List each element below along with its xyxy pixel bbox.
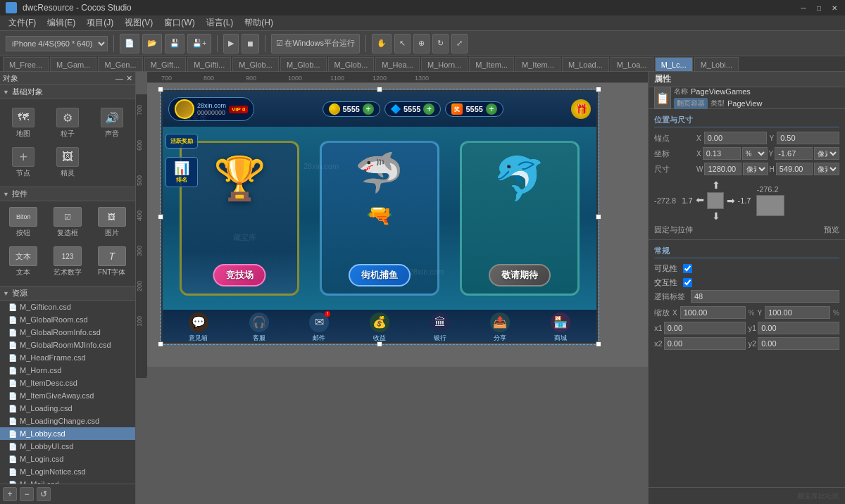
object-particle[interactable]: ⚙ 粒子 (47, 105, 89, 141)
add-resource-button[interactable]: + (3, 487, 17, 501)
file-headframe[interactable]: 📄M_HeadFrame.csd (0, 351, 135, 364)
tab-mglob1[interactable]: M_Glob... (232, 57, 279, 71)
tab-mload2[interactable]: M_Loa... (611, 57, 653, 71)
close-button[interactable]: ✕ (830, 3, 839, 13)
control-checkbox[interactable]: ☑ 复选框 (47, 204, 89, 241)
file-itemgiveaway[interactable]: 📄M_ItemGiveAway.csd (0, 389, 135, 402)
x2-input[interactable] (664, 337, 746, 350)
refresh-resource-button[interactable]: ↺ (37, 487, 51, 501)
tab-mhorn[interactable]: M_Horn... (421, 57, 468, 71)
tab-mgift[interactable]: M_Gift... (144, 57, 187, 71)
tab-mglob2[interactable]: M_Glob... (280, 57, 327, 71)
footer-bank[interactable]: 🏛 银行 (430, 313, 450, 343)
footer-share[interactable]: 📤 分享 (490, 313, 510, 343)
footer-support[interactable]: 🎧 客服 (249, 313, 269, 343)
file-loading[interactable]: 📄M_Loading.csd (0, 402, 135, 415)
panel-close[interactable]: ✕ (126, 74, 132, 83)
rotate-tool[interactable]: ↻ (432, 34, 449, 53)
size-h-input[interactable] (776, 163, 813, 175)
remove-resource-button[interactable]: − (20, 487, 34, 501)
file-globalroominfo[interactable]: 📄M_GlobalRoomInfo.csd (0, 326, 135, 339)
transform-right[interactable]: ➡ (727, 195, 735, 206)
file-lobbyui[interactable]: 📄M_LobbyUI.csd (0, 440, 135, 453)
menu-help[interactable]: 帮助(H) (239, 15, 279, 30)
tab-mitem1[interactable]: M_Item... (469, 57, 514, 71)
canvas-viewport[interactable]: 28xin.com 00000000 VIP 0 5555 (147, 83, 648, 367)
file-loadingchange[interactable]: 📄M_LoadingChange.csd (0, 415, 135, 427)
activity-button[interactable]: 活跃奖励 (165, 134, 198, 149)
file-mail[interactable]: 📄M_Mail.csd (0, 478, 135, 484)
tab-mlc[interactable]: M_Lc... (655, 57, 693, 71)
base-objects-header[interactable]: ▼ 基础对象 (0, 85, 135, 99)
transform-up[interactable]: ⬆ (712, 179, 720, 191)
footer-income[interactable]: 💰 收益 (370, 313, 389, 343)
menu-window[interactable]: 窗口(W) (158, 15, 200, 30)
tab-mlobi[interactable]: M_Lobi... (694, 57, 739, 71)
file-itemdesc[interactable]: 📄M_ItemDesc.csd (0, 377, 135, 389)
minimize-button[interactable]: ─ (799, 3, 808, 13)
tab-mgifti[interactable]: M_Gifti... (187, 57, 231, 71)
card-arcade[interactable]: 🦈 🔫 街机捕鱼 (320, 141, 439, 296)
daily-reward-icon[interactable]: 🎁 (571, 99, 591, 119)
object-node[interactable]: + 节点 (3, 144, 44, 181)
menu-view[interactable]: 视图(V) (119, 15, 158, 30)
zoom-x-input[interactable] (680, 306, 746, 319)
diamond-plus-button[interactable]: + (423, 103, 434, 115)
y2-input[interactable] (758, 337, 839, 350)
panel-minus[interactable]: — (115, 74, 123, 83)
pos-x-input[interactable] (703, 147, 741, 160)
tab-mgam[interactable]: M_Gam... (50, 57, 96, 71)
control-fnt[interactable]: T FNT字体 (91, 244, 132, 280)
rank-button[interactable]: 📊 排名 (165, 157, 198, 187)
object-map[interactable]: 🗺 地图 (3, 105, 44, 141)
control-text[interactable]: 文本 文本 (3, 244, 44, 280)
special-plus-button[interactable]: + (486, 103, 497, 115)
maximize-button[interactable]: □ (814, 3, 824, 13)
open-button[interactable]: 📂 (142, 34, 162, 53)
cursor-tool[interactable]: ↖ (394, 34, 411, 53)
saveas-button[interactable]: 💾+ (187, 34, 211, 53)
interact-checkbox[interactable] (683, 278, 692, 287)
size-w-input[interactable] (704, 163, 741, 175)
object-sprite[interactable]: 🖼 精灵 (47, 144, 89, 181)
transform-down[interactable]: ⬇ (712, 210, 720, 222)
scale-tool[interactable]: ⤢ (451, 34, 468, 53)
file-globalroom[interactable]: 📄M_GlobalRoom.csd (0, 313, 135, 326)
control-button[interactable]: Biton 按钮 (3, 204, 44, 241)
move-tool[interactable]: ⊕ (413, 34, 430, 53)
visible-checkbox[interactable] (683, 264, 692, 273)
menu-edit[interactable]: 编辑(E) (42, 15, 81, 30)
x1-input[interactable] (664, 322, 746, 334)
pos-y-input[interactable] (775, 147, 813, 160)
size-w-unit-select[interactable]: 像素 (743, 163, 768, 175)
tab-mgen[interactable]: M_Gen... (98, 57, 142, 71)
file-globalroommjinfo[interactable]: 📄M_GlobalRoomMJInfo.csd (0, 339, 135, 351)
tab-mitem2[interactable]: M_Item... (515, 57, 561, 71)
footer-shop[interactable]: 🏪 商城 (551, 313, 570, 343)
controls-header[interactable]: ▼ 控件 (0, 187, 135, 201)
device-selector[interactable]: iPhone 4/4S(960 * 640) (6, 36, 108, 51)
zoom-y-input[interactable] (765, 306, 830, 319)
footer-mail[interactable]: ✉ ! 邮件 (309, 313, 329, 343)
menu-file[interactable]: 文件(F) (3, 15, 42, 30)
anchor-y-input[interactable] (777, 132, 839, 144)
resources-header[interactable]: ▼ 资源 (0, 286, 135, 301)
card-coming-soon[interactable]: 🐬 敬请期待 (460, 141, 580, 296)
logic-input[interactable] (691, 290, 839, 303)
footer-feedback[interactable]: 💬 意见箱 (189, 313, 208, 343)
file-gifticon[interactable]: 📄M_Gifticon.csd (0, 301, 135, 313)
menu-project[interactable]: 项目(J) (81, 15, 119, 30)
file-loginnotice[interactable]: 📄M_LoginNotice.csd (0, 465, 135, 478)
play-button[interactable]: ▶ (223, 34, 239, 53)
size-h-unit-select[interactable]: 像素 (814, 163, 839, 175)
object-sound[interactable]: 🔊 声音 (91, 105, 132, 141)
control-image[interactable]: 🖼 图片 (91, 204, 132, 241)
transform-left[interactable]: ➡ (696, 195, 704, 206)
y1-input[interactable] (758, 322, 839, 334)
file-horn[interactable]: 📄M_Horn.csd (0, 364, 135, 377)
tab-mglob3[interactable]: M_Glob... (328, 57, 375, 71)
run-platform-button[interactable]: ☑ 在Windows平台运行 (271, 34, 360, 53)
pos-y-unit-select[interactable]: 像素% (814, 147, 839, 160)
tab-mload1[interactable]: M_Load... (562, 57, 609, 71)
tab-mfree[interactable]: M_Free... (3, 57, 49, 71)
